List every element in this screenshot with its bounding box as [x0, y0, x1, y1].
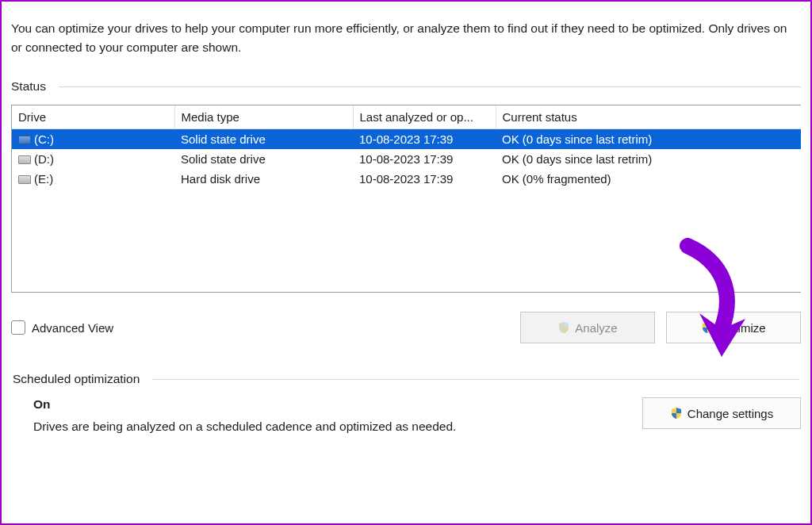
- status-label: Status: [11, 79, 46, 94]
- status-section-header: Status: [11, 79, 801, 94]
- divider: [59, 86, 801, 87]
- scheduled-label: Scheduled optimization: [13, 372, 140, 386]
- table-empty-area[interactable]: [12, 189, 801, 292]
- table-row[interactable]: (D:)Solid state drive10-08-2023 17:39OK …: [12, 149, 801, 169]
- drive-table-container: Drive Media type Last analyzed or op... …: [11, 105, 801, 293]
- advanced-view-label: Advanced View: [32, 321, 113, 335]
- analyze-label: Analyze: [575, 321, 617, 335]
- optimize-label: Optimize: [718, 321, 765, 335]
- optimize-drives-window: You can optimize your drives to help you…: [0, 0, 812, 525]
- drive-media: Hard disk drive: [174, 169, 353, 189]
- table-row[interactable]: (C:)Solid state drive10-08-2023 17:39OK …: [12, 129, 801, 150]
- drive-icon: [18, 155, 31, 164]
- scheduled-body: On Drives are being analyzed on a schedu…: [11, 397, 801, 434]
- change-settings-button[interactable]: Change settings: [642, 397, 801, 429]
- scheduled-state: On: [33, 397, 628, 412]
- drive-name: (D:): [34, 152, 54, 166]
- checkbox-icon[interactable]: [11, 320, 25, 335]
- divider: [152, 379, 799, 380]
- scheduled-text: On Drives are being analyzed on a schedu…: [33, 397, 628, 434]
- table-row[interactable]: (E:)Hard disk drive10-08-2023 17:39OK (0…: [12, 169, 801, 189]
- analyze-button: Analyze: [520, 312, 655, 343]
- shield-icon: [557, 321, 570, 334]
- change-settings-label: Change settings: [688, 407, 773, 420]
- drive-status: OK (0 days since last retrim): [496, 149, 801, 169]
- optimize-button[interactable]: Optimize: [666, 312, 801, 343]
- table-header-row[interactable]: Drive Media type Last analyzed or op... …: [12, 105, 801, 129]
- drive-last: 10-08-2023 17:39: [353, 169, 496, 189]
- scheduled-description: Drives are being analyzed on a scheduled…: [33, 420, 628, 434]
- advanced-view-checkbox[interactable]: Advanced View: [11, 320, 113, 335]
- drive-last: 10-08-2023 17:39: [353, 149, 496, 169]
- drive-status: OK (0% fragmented): [496, 169, 801, 189]
- drive-table[interactable]: Drive Media type Last analyzed or op... …: [12, 105, 801, 189]
- intro-text: You can optimize your drives to help you…: [11, 19, 801, 57]
- drive-status: OK (0 days since last retrim): [496, 129, 801, 150]
- col-drive[interactable]: Drive: [12, 105, 174, 129]
- shield-icon: [701, 321, 714, 334]
- drive-last: 10-08-2023 17:39: [353, 129, 496, 150]
- shield-icon: [670, 407, 683, 420]
- drive-name: (C:): [34, 132, 54, 146]
- col-status[interactable]: Current status: [496, 105, 801, 129]
- scheduled-optimization-section: Scheduled optimization On Drives are bei…: [11, 372, 801, 434]
- col-last[interactable]: Last analyzed or op...: [353, 105, 496, 129]
- drive-name: (E:): [34, 172, 53, 186]
- drive-icon: [18, 136, 31, 144]
- col-media[interactable]: Media type: [174, 105, 353, 129]
- drive-media: Solid state drive: [174, 129, 353, 150]
- toolbar: Advanced View Analyze Optimize: [11, 312, 801, 343]
- drive-media: Solid state drive: [174, 149, 353, 169]
- drive-icon: [18, 175, 31, 184]
- scheduled-section-header: Scheduled optimization: [13, 372, 799, 386]
